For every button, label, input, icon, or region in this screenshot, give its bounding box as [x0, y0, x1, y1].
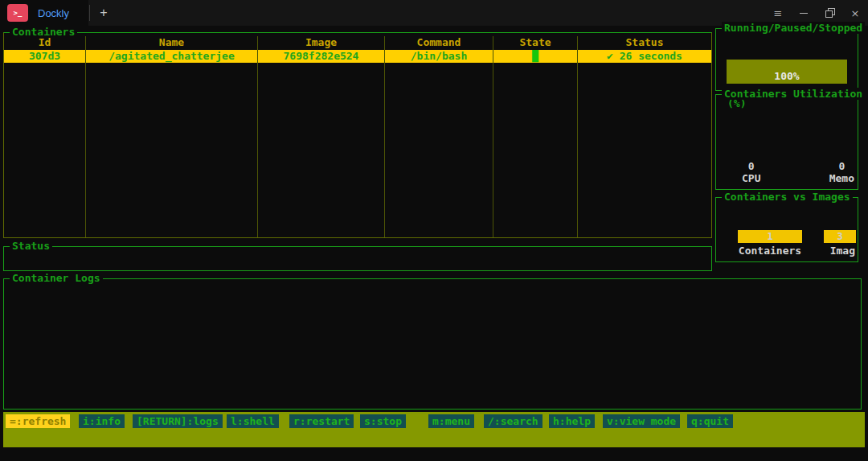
column-header-command: Command — [385, 36, 493, 50]
state-running-icon: █ — [532, 50, 538, 62]
cpu-stat: 0 CPU — [742, 160, 760, 184]
toolbar-quit-button[interactable]: q:quit — [687, 414, 733, 428]
tab-separator — [89, 5, 90, 21]
images-count-bar: 3 — [824, 230, 856, 243]
toolbar-help-button[interactable]: h:help — [549, 414, 595, 428]
running-paused-stopped-panel: Running/Paused/Stopped 100% — [715, 28, 858, 91]
column-header-name: Name — [86, 36, 258, 50]
toolbar-stop-button[interactable]: s:stop — [360, 414, 406, 428]
toolbar-info-button[interactable]: i:info — [79, 414, 125, 428]
gauge-percent-label: 100% — [774, 70, 799, 82]
containers-panel-title: Containers — [10, 26, 77, 38]
cell-state: █ — [493, 50, 578, 63]
restore-glyph — [825, 8, 835, 18]
utilization-panel-title: Containers Utilization — [722, 88, 865, 100]
new-tab-button[interactable]: + — [92, 0, 116, 26]
cell-name: /agitated_chatterjee — [86, 50, 258, 63]
vs-panel-title: Containers vs Images — [722, 191, 853, 203]
toolbar-shell-button[interactable]: l:shell — [227, 414, 279, 428]
memory-value: 0 — [829, 160, 854, 172]
gauge-panel-title: Running/Paused/Stopped — [722, 22, 865, 34]
toolbar-view-mode-button[interactable]: v:view mode — [603, 414, 680, 428]
minimize-glyph — [800, 13, 808, 14]
containers-count-bar: 1 — [738, 230, 802, 243]
toolbar-refresh-button[interactable]: =:refresh — [6, 414, 70, 428]
toolbar-search-button[interactable]: /:search — [484, 414, 542, 428]
status-panel: Status — [3, 246, 712, 271]
column-header-id: Id — [4, 36, 86, 50]
column-header-state: State — [493, 36, 578, 50]
containers-panel: Containers Id Name Image Command State S… — [3, 32, 712, 238]
terminal-icon: >_ — [7, 4, 28, 22]
terminal-tab[interactable]: >_ Dockly — [0, 0, 88, 26]
container-logs-panel: Container Logs — [3, 278, 862, 410]
containers-utilization-panel: Containers Utilization (%) 0 CPU 0 Memo — [715, 94, 858, 190]
containers-table-header: Id Name Image Command State Status — [4, 36, 711, 50]
cell-status: ✔ 26 seconds — [578, 50, 711, 63]
images-bar-label: Imag — [830, 245, 855, 257]
hotkey-toolbar: =:refresh i:info [RETURN]:logs l:shell r… — [3, 412, 865, 447]
containers-table-body — [4, 63, 711, 237]
container-logs-title: Container Logs — [10, 272, 103, 284]
cpu-label: CPU — [742, 172, 760, 184]
column-header-image: Image — [258, 36, 385, 50]
running-gauge-bar: 100% — [727, 60, 847, 84]
status-panel-title: Status — [10, 240, 52, 252]
memory-label: Memo — [829, 172, 854, 184]
cell-command: /bin/bash — [385, 50, 493, 63]
cell-image: 7698f282e524 — [258, 50, 385, 63]
memory-stat: 0 Memo — [829, 160, 854, 184]
toolbar-menu-button[interactable]: m:menu — [428, 414, 474, 428]
toolbar-restart-button[interactable]: r:restart — [289, 414, 354, 428]
toolbar-logs-button[interactable]: [RETURN]:logs — [133, 414, 223, 428]
cell-id: 307d3 — [4, 50, 86, 63]
containers-bar-label: Containers — [738, 245, 802, 257]
column-header-status: Status — [578, 36, 711, 50]
terminal-screen: Containers Id Name Image Command State S… — [0, 26, 868, 461]
containers-vs-images-panel: Containers vs Images 1 3 Containers Imag — [715, 197, 858, 262]
tab-title: Dockly — [38, 7, 69, 19]
cpu-value: 0 — [742, 160, 760, 172]
container-row-selected[interactable]: 307d3 /agitated_chatterjee 7698f282e524 … — [4, 50, 711, 63]
